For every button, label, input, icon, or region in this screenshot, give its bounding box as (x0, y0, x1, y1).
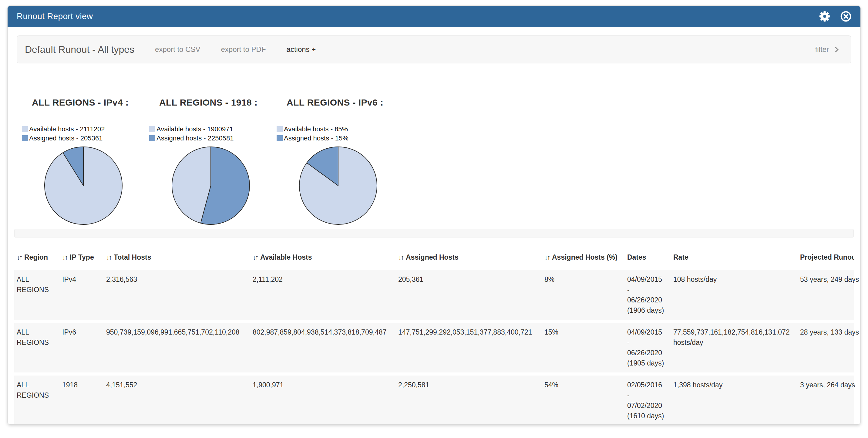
cell-available_hosts: 802,987,859,804,938,514,373,818,709,487 (250, 321, 396, 374)
legend-swatch-assigned (277, 135, 283, 142)
chart-legend: Available hosts - 2111202 Assigned hosts… (22, 125, 149, 143)
column-label: Assigned Hosts (%) (552, 253, 618, 261)
column-label: IP Type (70, 253, 94, 261)
legend-label: Available hosts - 85% (284, 125, 348, 133)
column-label: Assigned Hosts (406, 253, 459, 261)
sort-arrows-icon: ↓↑ (545, 253, 550, 261)
chevron-right-icon (833, 47, 838, 52)
cell-ip_type: IPv4 (60, 268, 104, 321)
chart-title-1918: ALL REGIONS - 1918 : (159, 97, 277, 108)
cell-rate: 108 hosts/day (671, 268, 798, 321)
pie-ipv4 (44, 146, 123, 225)
legend-swatch-available (22, 126, 28, 132)
legend-item-assigned: Assigned hosts - 2250581 (149, 134, 277, 143)
column-label: Rate (673, 253, 688, 261)
legend-swatch-assigned (149, 135, 155, 142)
cell-dates: 04/09/2015 - 06/26/2020 (1905 days) (625, 321, 671, 374)
pie-chart-block-ipv6: ALL REGIONS - IPv6 : Available hosts - 8… (277, 97, 404, 225)
cell-dates: 02/05/2016 - 07/02/2020 (1610 days) (625, 374, 671, 425)
cell-projected_runout: 53 years, 249 days (798, 268, 854, 321)
window-titlebar: Runout Report view (8, 6, 860, 27)
close-button[interactable] (839, 10, 852, 23)
export-pdf-link[interactable]: export to PDF (221, 45, 266, 54)
cell-total_hosts: 950,739,159,096,991,665,751,702,110,208 (104, 321, 250, 374)
table-header-row: ↓↑Region↓↑IP Type↓↑Total Hosts↓↑Availabl… (14, 238, 854, 268)
pie-1918 (171, 146, 250, 225)
cell-region: ALL REGIONS (14, 268, 60, 321)
sort-arrows-icon: ↓↑ (17, 253, 22, 261)
column-header-available_hosts[interactable]: ↓↑Available Hosts (250, 238, 396, 268)
cell-available_hosts: 1,900,971 (250, 374, 396, 425)
cell-ip_type: 1918 (60, 374, 104, 425)
settings-button[interactable] (818, 10, 831, 23)
legend-label: Available hosts - 2111202 (29, 125, 105, 133)
cell-assigned_hosts: 205,361 (396, 268, 542, 321)
gear-icon (818, 10, 831, 23)
cell-projected_runout: 28 years, 133 days (798, 321, 854, 374)
chart-title-ipv4: ALL REGIONS - IPv4 : (32, 97, 149, 108)
cell-rate: 77,559,737,161,182,754,816,131,072 hosts… (671, 321, 798, 374)
column-header-region[interactable]: ↓↑Region (14, 238, 60, 268)
section-divider-bar (14, 229, 854, 238)
legend-item-available: Available hosts - 85% (277, 125, 404, 134)
report-toolbar: Default Runout - All types export to CSV… (17, 35, 851, 63)
column-header-rate: Rate (671, 238, 798, 268)
column-label: Projected Runout (800, 253, 854, 261)
cell-assigned_hosts: 2,250,581 (396, 374, 542, 425)
table-row: ALL REGIONSIPv6950,739,159,096,991,665,7… (14, 321, 854, 374)
sort-arrows-icon: ↓↑ (398, 253, 403, 261)
cell-assigned_hosts: 147,751,299,292,053,151,377,883,400,721 (396, 321, 542, 374)
charts-section: ALL REGIONS - IPv4 : Available hosts - 2… (8, 63, 860, 225)
pie-ipv6 (299, 146, 378, 225)
legend-item-assigned: Assigned hosts - 15% (277, 134, 404, 143)
chart-legend: Available hosts - 85% Assigned hosts - 1… (277, 125, 404, 143)
column-header-dates: Dates (625, 238, 671, 268)
column-header-assigned_hosts_pct[interactable]: ↓↑Assigned Hosts (%) (542, 238, 625, 268)
pie-chart-block-1918: ALL REGIONS - 1918 : Available hosts - 1… (149, 97, 277, 225)
legend-swatch-available (149, 126, 155, 132)
table-row: ALL REGIONSIPv42,316,5632,111,202205,361… (14, 268, 854, 321)
filter-toggle[interactable]: filter (815, 45, 839, 54)
cell-region: ALL REGIONS (14, 374, 60, 425)
legend-swatch-assigned (22, 135, 28, 142)
close-circle-icon (839, 10, 852, 23)
cell-dates: 04/09/2015 - 06/26/2020 (1906 days) (625, 268, 671, 321)
sort-arrows-icon: ↓↑ (106, 253, 111, 261)
column-label: Dates (627, 253, 646, 261)
sort-arrows-icon: ↓↑ (62, 253, 67, 261)
actions-menu-button[interactable]: actions + (287, 45, 316, 54)
export-csv-link[interactable]: export to CSV (155, 45, 200, 54)
chart-title-ipv6: ALL REGIONS - IPv6 : (287, 97, 404, 108)
sort-arrows-icon: ↓↑ (253, 253, 258, 261)
column-header-assigned_hosts[interactable]: ↓↑Assigned Hosts (396, 238, 542, 268)
cell-region: ALL REGIONS (14, 321, 60, 374)
report-title: Default Runout - All types (25, 44, 134, 55)
filter-label: filter (815, 45, 829, 54)
cell-assigned_hosts_pct: 54% (542, 374, 625, 425)
legend-item-available: Available hosts - 2111202 (22, 125, 149, 134)
column-header-total_hosts[interactable]: ↓↑Total Hosts (104, 238, 250, 268)
cell-total_hosts: 4,151,552 (104, 374, 250, 425)
runout-table: ↓↑Region↓↑IP Type↓↑Total Hosts↓↑Availabl… (14, 238, 854, 425)
column-label: Region (24, 253, 48, 261)
cell-assigned_hosts_pct: 15% (542, 321, 625, 374)
column-header-ip_type[interactable]: ↓↑IP Type (60, 238, 104, 268)
legend-item-available: Available hosts - 1900971 (149, 125, 277, 134)
pie-chart-block-ipv4: ALL REGIONS - IPv4 : Available hosts - 2… (22, 97, 149, 225)
legend-swatch-available (277, 126, 283, 132)
runout-report-window: Runout Report view (7, 5, 861, 425)
legend-label: Assigned hosts - 205361 (29, 134, 102, 142)
column-header-projected_runout: Projected Runout (798, 238, 854, 268)
table-row: ALL REGIONS19184,151,5521,900,9712,250,5… (14, 374, 854, 425)
cell-rate: 1,398 hosts/day (671, 374, 798, 425)
legend-item-assigned: Assigned hosts - 205361 (22, 134, 149, 143)
window-title: Runout Report view (17, 11, 93, 21)
cell-available_hosts: 2,111,202 (250, 268, 396, 321)
cell-total_hosts: 2,316,563 (104, 268, 250, 321)
cell-ip_type: IPv6 (60, 321, 104, 374)
cell-projected_runout: 3 years, 264 days (798, 374, 854, 425)
legend-label: Assigned hosts - 2250581 (156, 134, 234, 142)
screen: Runout Report view (0, 0, 868, 438)
column-label: Total Hosts (114, 253, 151, 261)
legend-label: Assigned hosts - 15% (284, 134, 348, 142)
